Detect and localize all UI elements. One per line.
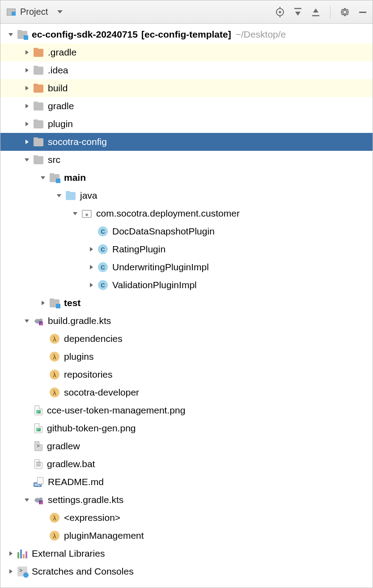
gradle-kotlin-icon	[34, 495, 43, 505]
expand-arrow[interactable]	[87, 281, 95, 289]
tree-node-file[interactable]: gradlew	[0, 437, 373, 455]
minimize-icon	[357, 7, 368, 17]
expand-arrow[interactable]	[7, 567, 15, 575]
vcs-repo-label: [ec-config-template]	[141, 29, 231, 40]
expand-all-icon	[292, 7, 303, 17]
svg-marker-23	[42, 301, 45, 305]
svg-marker-22	[90, 283, 93, 287]
node-label: ValidationPluginImpl	[112, 280, 197, 290]
node-label: .gradle	[48, 47, 76, 58]
node-label: plugins	[64, 351, 94, 362]
tree-node-settings-gradle-kts[interactable]: settings.gradle.kts	[0, 491, 373, 509]
expand-arrow[interactable]	[23, 66, 31, 74]
tree-node-lambda[interactable]: λ repositories	[0, 366, 373, 383]
tree-node-build[interactable]: build	[0, 79, 373, 97]
tree-node-scratches[interactable]: Scratches and Consoles	[0, 562, 373, 580]
lambda-icon: λ	[50, 513, 59, 523]
svg-marker-7	[313, 9, 318, 13]
expand-arrow[interactable]	[23, 317, 31, 325]
svg-marker-17	[41, 176, 45, 179]
class-icon: C	[98, 226, 108, 236]
tree-node-file[interactable]: cce-user-token-management.png	[0, 401, 373, 419]
tree-node-external-libraries[interactable]: External Libraries	[0, 545, 373, 562]
tree-node-main[interactable]: main	[0, 169, 373, 187]
class-icon: C	[98, 262, 108, 272]
expand-arrow[interactable]	[23, 102, 31, 110]
tree-node-file[interactable]: github-token-gen.png	[0, 419, 373, 437]
tree-node-lambda[interactable]: λ plugins	[0, 348, 373, 366]
tree-node-lambda[interactable]: λ <expression>	[0, 509, 373, 527]
node-label: socotra-developer	[64, 387, 139, 398]
node-label: RatingPlugin	[112, 244, 165, 255]
lambda-icon: λ	[50, 370, 59, 379]
expand-arrow[interactable]	[39, 174, 47, 182]
image-file-icon	[34, 423, 42, 433]
lambda-icon: λ	[50, 388, 59, 397]
libraries-icon	[17, 549, 27, 558]
expand-arrow[interactable]	[23, 156, 31, 164]
hide-button[interactable]	[357, 7, 368, 17]
target-icon	[275, 7, 285, 17]
tree-node-file[interactable]: gradlew.bat	[0, 455, 373, 473]
expand-arrow[interactable]	[23, 496, 31, 504]
tree-node-class[interactable]: C RatingPlugin	[0, 240, 373, 258]
expand-all-button[interactable]	[292, 7, 303, 17]
separator	[330, 6, 331, 18]
node-label: plugin	[48, 119, 73, 129]
node-label: test	[64, 298, 81, 308]
node-path: ~/Desktop/e	[236, 29, 286, 40]
settings-button[interactable]	[339, 7, 350, 17]
select-opened-file-button[interactable]	[275, 7, 285, 17]
tree-node-src[interactable]: src	[0, 151, 373, 169]
expand-arrow[interactable]	[7, 550, 15, 558]
node-label: repositories	[64, 369, 113, 380]
node-label: settings.gradle.kts	[48, 494, 123, 505]
tree-node-java[interactable]: java	[0, 187, 373, 205]
tree-node-idea[interactable]: .idea	[0, 61, 373, 79]
tree-node-class[interactable]: C ValidationPluginImpl	[0, 276, 373, 294]
tree-node-root[interactable]: ec-config-sdk-20240715 [ec-config-templa…	[0, 26, 373, 43]
view-dropdown-button[interactable]	[52, 7, 63, 17]
expand-arrow[interactable]	[23, 120, 31, 128]
svg-marker-13	[25, 104, 29, 108]
expand-arrow[interactable]	[23, 48, 31, 56]
node-label: build.gradle.kts	[48, 315, 111, 326]
node-label: github-token-gen.png	[47, 423, 136, 434]
tree-node-lambda[interactable]: λ dependencies	[0, 330, 373, 348]
shell-script-icon	[34, 441, 42, 451]
tree-node-lambda[interactable]: λ pluginManagement	[0, 527, 373, 545]
tree-node-socotra-config[interactable]: socotra-config	[0, 133, 373, 151]
node-label: java	[80, 190, 97, 201]
tree-node-test[interactable]: test	[0, 294, 373, 312]
expand-arrow[interactable]	[23, 84, 31, 92]
expand-arrow[interactable]	[71, 209, 79, 217]
expand-arrow[interactable]	[87, 263, 95, 271]
tree-node-lambda[interactable]: λ socotra-developer	[0, 383, 373, 401]
tree-node-file[interactable]: README.md	[0, 473, 373, 491]
excluded-folder-icon	[34, 49, 43, 57]
tree-node-gradle-dot[interactable]: .gradle	[0, 43, 373, 61]
project-tree[interactable]: ec-config-sdk-20240715 [ec-config-templa…	[0, 24, 373, 580]
tree-node-package[interactable]: com.socotra.deployment.customer	[0, 205, 373, 222]
collapse-all-button[interactable]	[310, 7, 321, 17]
tree-node-class[interactable]: C DocDataSnapshotPlugin	[0, 222, 373, 240]
folder-icon	[34, 138, 43, 146]
node-label: cce-user-token-management.png	[47, 405, 185, 416]
node-label: gradlew.bat	[47, 459, 95, 469]
folder-icon	[34, 156, 43, 164]
tree-node-class[interactable]: C UnderwritingPluginImpl	[0, 258, 373, 276]
expand-arrow[interactable]	[7, 30, 15, 38]
tree-node-plugin[interactable]: plugin	[0, 115, 373, 133]
svg-marker-5	[295, 12, 301, 16]
node-label: gradlew	[47, 441, 80, 452]
tree-node-build-gradle-kts[interactable]: build.gradle.kts	[0, 312, 373, 330]
lambda-icon: λ	[50, 334, 59, 344]
expand-arrow[interactable]	[23, 138, 31, 146]
tree-node-gradle[interactable]: gradle	[0, 97, 373, 115]
node-label: README.md	[48, 477, 104, 487]
expand-arrow[interactable]	[87, 245, 95, 253]
class-icon: C	[98, 280, 108, 290]
expand-arrow[interactable]	[55, 192, 63, 200]
expand-arrow[interactable]	[39, 299, 47, 307]
tool-window-title: Project	[20, 7, 48, 17]
